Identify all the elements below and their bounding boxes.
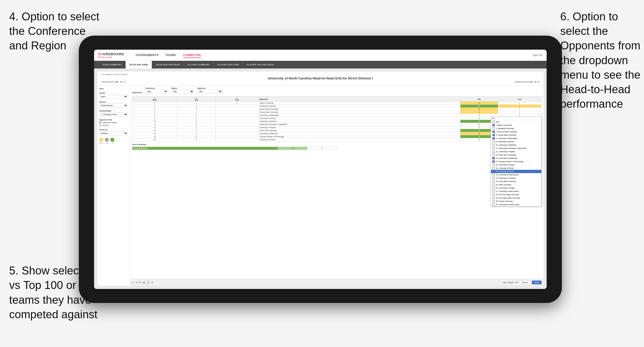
overall-record: Overall Record: 89 - 17 - 0: [101, 81, 125, 83]
nav-item-tournaments[interactable]: TOURNAMENTS: [135, 52, 158, 58]
redo-icon[interactable]: ↪: [136, 281, 138, 284]
td-reg: 2: [177, 105, 215, 108]
colour-select[interactable]: Win/loss: [99, 131, 128, 135]
dropdown-item[interactable]: 29. San Diego State University: [491, 196, 541, 200]
refresh-icon[interactable]: ⟳: [139, 281, 141, 284]
dropdown-item[interactable]: 28. The Ohio State University: [491, 193, 541, 196]
dropdown-checkbox: ✓: [492, 124, 495, 126]
out-division-name: NCAA Division II: [132, 147, 278, 150]
sidebar-colour-label: Colour by: [99, 129, 128, 131]
table-area-wrapper: Opponents: Conference (All) Region: [130, 86, 544, 286]
filter-row: Opponents: Conference (All) Region: [130, 86, 544, 94]
out-of-division-table: NCAA Division II 1 0: [132, 147, 337, 150]
dropdown-item[interactable]: 16. University of Florida: [491, 163, 541, 166]
dropdown-item[interactable]: 12. University of Virginia: [491, 150, 541, 153]
dropdown-item[interactable]: 23. Texas A&M University: [491, 180, 541, 183]
dropdown-item[interactable]: ✓20. University of Texas: [491, 170, 541, 173]
eye-icon[interactable]: 👁: [515, 281, 518, 284]
dropdown-item[interactable]: 11. University of Arkansas, Fayetteville: [491, 147, 541, 150]
nav-item-committee[interactable]: COMMITTEE: [183, 52, 201, 58]
table-row: 3 2 Vanderbilt University 0 4: [132, 105, 542, 108]
nav-item-teams[interactable]: TEAMS: [166, 52, 176, 58]
dropdown-checkbox: ✓: [492, 160, 495, 163]
region-filter-label: Region: [171, 87, 194, 89]
dropdown-item[interactable]: ✓8. University of Washington: [491, 137, 541, 140]
radio-dot-opponents-played: [99, 121, 101, 123]
sidebar-team-label: Team: [99, 88, 128, 90]
subtab-team-h2h-grid[interactable]: TEAM H2H GRID: [126, 61, 152, 68]
radio-top100[interactable]: Top 100: [99, 124, 128, 126]
dropdown-item[interactable]: 13. Texas Tech University: [491, 153, 541, 157]
dropdown-checkbox: [492, 144, 495, 146]
td-rank: 2: [132, 102, 177, 105]
opponent-filter-select[interactable]: (All): [197, 90, 222, 93]
dropdown-item[interactable]: 25. University of Oregon: [491, 186, 541, 190]
dropdown-item[interactable]: ✓6. Florida State University: [491, 133, 541, 137]
td-conf: [215, 105, 258, 108]
table-header-row: #Rank #Reg #Conf Opponent Win Loss: [132, 97, 542, 102]
subtab-player-summary[interactable]: PLAYER SUMMARY: [184, 61, 214, 68]
dropdown-checkbox: ✓: [492, 131, 495, 133]
dropdown-item[interactable]: ✓14. University of Oklahoma: [491, 157, 541, 160]
nav-signout[interactable]: Sign Out: [533, 54, 543, 57]
clock-icon[interactable]: ⏱: [151, 281, 154, 284]
td-conf: [215, 108, 258, 111]
dropdown-item-label: 3. Vanderbilt University: [496, 128, 514, 129]
dropdown-item[interactable]: 27. University of Notre Dame: [491, 190, 541, 193]
conference-filter-select[interactable]: (All): [145, 90, 168, 93]
paste-icon[interactable]: 📋: [146, 281, 149, 284]
dropdown-item[interactable]: 22. University of Georgia: [491, 176, 541, 180]
th-rank: #Rank: [132, 97, 177, 102]
td-rank: 4: [132, 108, 177, 111]
dropdown-item[interactable]: 24. Duke University: [491, 183, 541, 186]
dropdown-item-label: 18. University of Illinois: [496, 167, 514, 169]
dropdown-checkbox: [492, 177, 495, 179]
main-content: Last Updated: 4/7/2024 16:55:38 Universi…: [94, 68, 547, 289]
dropdown-item[interactable]: 31. University of North Florida: [491, 203, 541, 206]
undo-icon[interactable]: ↩: [132, 281, 134, 284]
td-win: 2: [460, 102, 498, 105]
td-opponent: University of Alabama: [258, 120, 460, 123]
subtab-team-summary[interactable]: TEAM SUMMARY: [98, 61, 126, 68]
td-conf: [215, 123, 258, 126]
subtab-team-h2h-heatmap[interactable]: TEAM H2H HEATMAP: [152, 61, 184, 68]
dropdown-item[interactable]: ✓4. Arizona State University: [491, 130, 541, 133]
subtab-player-h2h-heatmap[interactable]: PLAYER H2H HEATMAP: [243, 61, 278, 68]
td-rank: 9: [132, 117, 177, 120]
dropdown-item[interactable]: (All): [491, 120, 541, 123]
school-select[interactable]: 1. University of Nort...: [99, 113, 128, 116]
dropdown-item[interactable]: 9. University of Arizona: [491, 140, 541, 143]
dropdown-checkbox: [492, 121, 495, 123]
sidebar-division-label: Division: [99, 101, 128, 103]
dropdown-item[interactable]: 18. University of Illinois: [491, 166, 541, 170]
dropdown-item[interactable]: ✓2. Auburn University: [491, 123, 541, 127]
opponent-dropdown[interactable]: (All)(All)✓2. Auburn University3. Vander…: [491, 116, 542, 206]
division-select[interactable]: NCAA Division I: [99, 104, 128, 107]
dropdown-item[interactable]: 30. Purdue University: [491, 200, 541, 203]
gender-select[interactable]: Men's: [99, 95, 128, 99]
th-reg: #Reg: [177, 97, 215, 102]
copy-icon[interactable]: ⊞: [143, 281, 145, 284]
sidebar-opponent-view-section: Opponent View Opponents Played Top 100: [99, 119, 128, 126]
td-opponent: Vanderbilt University: [258, 105, 460, 108]
td-reg: 4: [177, 135, 215, 138]
table-body: 2 1 1 Auburn University 2 1 3 2 Vanderbi…: [132, 102, 542, 141]
cancel-button[interactable]: Cancel: [519, 281, 530, 284]
table-row: 13 1 Texas Tech University 3 0: [132, 129, 542, 132]
dropdown-item[interactable]: 21. University of New Mexico: [491, 173, 541, 176]
dropdown-item[interactable]: 10. University of Alabama: [491, 143, 541, 147]
dropdown-item-label: 8. University of Washington: [496, 137, 517, 139]
td-opponent: University of Virginia: [258, 126, 460, 129]
report-meta: Last Updated: 4/7/2024 16:55:38: [101, 74, 540, 75]
apply-button[interactable]: Apply: [532, 281, 542, 284]
dropdown-item[interactable]: ✓15. Georgia Institute of Technology: [491, 160, 541, 163]
out-of-division-tbody: NCAA Division II 1 0: [132, 147, 337, 150]
sidebar-radio-group: Opponents Played Top 100: [99, 121, 128, 126]
dropdown-item-label: (All): [496, 121, 499, 123]
td-opponent: University of Oklahoma: [258, 132, 460, 135]
radio-opponents-played[interactable]: Opponents Played: [99, 121, 128, 123]
dropdown-item[interactable]: 3. Vanderbilt University: [491, 127, 541, 130]
region-filter-select[interactable]: (All): [171, 90, 194, 93]
subtab-player-h2h-grid[interactable]: PLAYER H2H GRID: [214, 61, 243, 68]
dropdown-checkbox: [492, 203, 495, 206]
